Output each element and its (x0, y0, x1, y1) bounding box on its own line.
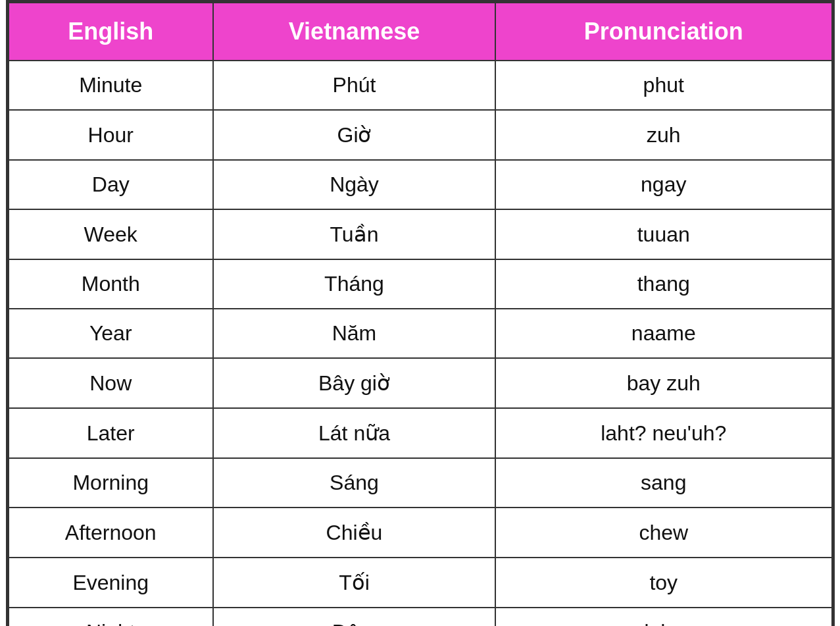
cell-vietnamese: Sáng (213, 458, 495, 508)
table-row: HourGiờzuh (9, 110, 832, 160)
cell-english: Hour (9, 110, 213, 160)
table-header-row: English Vietnamese Pronunciation (9, 3, 832, 61)
cell-vietnamese: Giờ (213, 110, 495, 160)
cell-pronunciation: sang (495, 458, 831, 508)
cell-vietnamese: Chiều (213, 508, 495, 558)
cell-english: Month (9, 259, 213, 309)
cell-pronunciation: dehm (495, 608, 831, 626)
cell-vietnamese: Lát nữa (213, 408, 495, 458)
table-row: MorningSángsang (9, 458, 832, 508)
cell-pronunciation: bay zuh (495, 358, 831, 408)
cell-english: Minute (9, 61, 213, 110)
table-row: YearNămnaame (9, 309, 832, 358)
cell-vietnamese: Phút (213, 61, 495, 110)
table-row: AfternoonChiềuchew (9, 508, 832, 558)
cell-vietnamese: Đêm (213, 608, 495, 626)
cell-pronunciation: naame (495, 309, 831, 358)
cell-english: Evening (9, 558, 213, 608)
cell-vietnamese: Năm (213, 309, 495, 358)
cell-pronunciation: tuuan (495, 209, 831, 259)
cell-pronunciation: laht? neu'uh? (495, 408, 831, 458)
table-row: MinutePhútphut (9, 61, 832, 110)
table-row: WeekTuầntuuan (9, 209, 832, 259)
cell-pronunciation: ngay (495, 160, 831, 209)
cell-pronunciation: phut (495, 61, 831, 110)
table-row: LaterLát nữalaht? neu'uh? (9, 408, 832, 458)
cell-pronunciation: chew (495, 508, 831, 558)
cell-english: Now (9, 358, 213, 408)
table-row: NightĐêmdehm (9, 608, 832, 626)
header-english: English (9, 3, 213, 61)
table-row: NowBây giờbay zuh (9, 358, 832, 408)
vocabulary-table: English Vietnamese Pronunciation MinuteP… (8, 2, 833, 626)
table-row: DayNgàyngay (9, 160, 832, 209)
cell-vietnamese: Bây giờ (213, 358, 495, 408)
table-row: EveningTốitoy (9, 558, 832, 608)
cell-pronunciation: zuh (495, 110, 831, 160)
header-pronunciation: Pronunciation (495, 3, 831, 61)
cell-pronunciation: toy (495, 558, 831, 608)
cell-english: Week (9, 209, 213, 259)
cell-vietnamese: Ngày (213, 160, 495, 209)
cell-vietnamese: Tối (213, 558, 495, 608)
cell-english: Later (9, 408, 213, 458)
cell-english: Afternoon (9, 508, 213, 558)
table-row: MonthThángthang (9, 259, 832, 309)
header-vietnamese: Vietnamese (213, 3, 495, 61)
cell-vietnamese: Tuần (213, 209, 495, 259)
cell-english: Night (9, 608, 213, 626)
vocabulary-table-container: English Vietnamese Pronunciation MinuteP… (6, 0, 835, 626)
cell-english: Morning (9, 458, 213, 508)
cell-pronunciation: thang (495, 259, 831, 309)
cell-english: Year (9, 309, 213, 358)
cell-vietnamese: Tháng (213, 259, 495, 309)
cell-english: Day (9, 160, 213, 209)
